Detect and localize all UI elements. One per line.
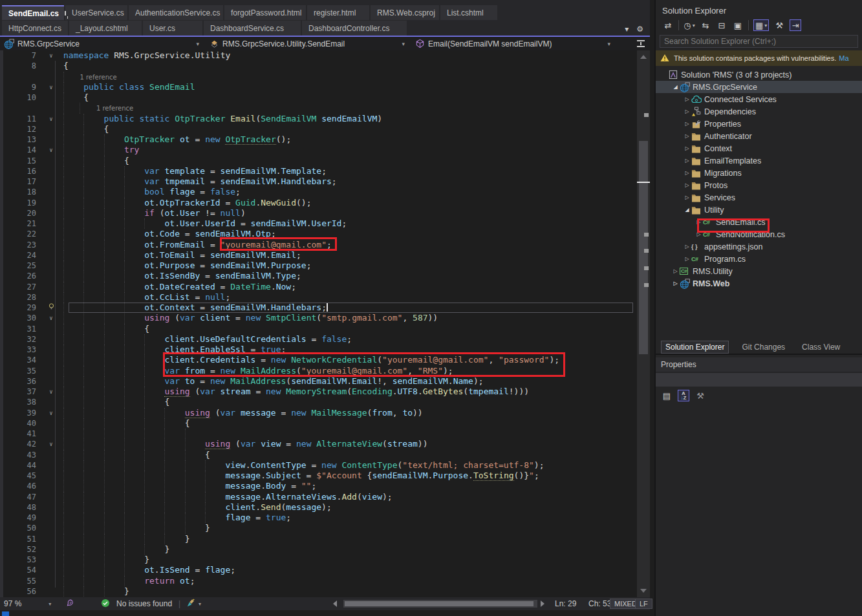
panel-tab-Solution Explorer[interactable]: Solution Explorer [661,341,729,354]
document-tab-RMS.Web.csproj[interactable]: RMS.Web.csproj [371,5,439,20]
code-line-54[interactable]: 54ot.IsSend = flage; [0,565,650,575]
collapse-all-icon[interactable]: ⊟ [716,19,727,31]
tree-item-RMS.Utility[interactable]: ▷C#RMS.Utility [656,265,862,277]
fold-chevron-icon[interactable]: ∨ [39,50,63,61]
column-indicator[interactable]: Ch: 53 [588,597,611,610]
collapsed-arrow-icon[interactable]: ▷ [683,133,691,139]
collapsed-arrow-icon[interactable]: ▷ [683,170,691,176]
document-tab-_Layout.cshtml[interactable]: _Layout.cshtml [69,21,142,36]
show-all-files-icon[interactable]: ▣ [732,19,744,31]
code-line-40[interactable]: 40{ [0,418,650,429]
document-health-indicator[interactable]: No issues found [101,597,172,610]
code-line-30[interactable]: 30∨using (var client = new SmtpClient("s… [0,313,650,323]
code-line-28[interactable]: 28ot.CcList = null; [0,292,650,303]
code-line-45[interactable]: 45message.Subject = $"Account {sendEmail… [0,471,650,481]
collapsed-arrow-icon[interactable]: ▷ [683,244,691,250]
document-tab-List.cshtml[interactable]: List.cshtml [440,5,497,20]
code-line-55[interactable]: 55return ot; [0,576,650,586]
code-line-52[interactable]: 52} [0,544,650,555]
properties-object-combobox[interactable] [656,373,862,387]
tree-item-Authenticator[interactable]: ▷Authenticator [656,130,862,142]
tab-well-options-gear-icon[interactable]: ⚙ [636,25,643,34]
code-line-16[interactable]: 16var template = sendEmailVM.Template; [0,166,650,176]
code-line-15[interactable]: 15{ [0,156,650,166]
breadcrumb-dropdown-icon[interactable]: ▾ [402,41,407,47]
scrollbar-down-arrow-icon[interactable] [640,589,647,593]
code-line-51[interactable]: 51} [0,534,650,544]
tree-item-Protos[interactable]: ▷Protos [656,179,862,191]
tree-item-Solution 'RMS' (3 of 3 projects)[interactable]: Solution 'RMS' (3 of 3 projects) [656,69,862,81]
tree-item-Dependencies[interactable]: ▷Dependencies [656,105,862,118]
fold-chevron-icon[interactable]: ∨ [39,114,63,124]
code-line-47[interactable]: 47message.AlternateViews.Add(view); [0,492,650,502]
intellicode-icon[interactable] [66,597,74,610]
collapsed-arrow-icon[interactable]: ▷ [695,231,703,237]
code-line-34[interactable]: 34client.Credentials = new NetworkCreden… [0,355,650,365]
expanded-arrow-icon[interactable]: ◢ [671,84,680,90]
code-line-22[interactable]: 22ot.Code = sendEmailVM.Otp; [0,229,650,239]
pending-changes-filter-icon[interactable]: ◷▾ [684,19,695,31]
editor-vertical-scrollbar[interactable] [637,50,650,597]
code-line-27[interactable]: 27ot.DateCreated = DateTime.Now; [0,282,650,292]
code-line-50[interactable]: 50} [0,523,650,533]
panel-tab-Class View[interactable]: Class View [798,341,844,353]
properties-icon[interactable]: ⚒ [773,19,785,31]
document-tab-User.cs[interactable]: User.cs [143,21,202,36]
document-tab-register.html[interactable]: register.html [307,5,369,20]
categorized-view-icon[interactable]: ▤ [661,390,673,401]
codelens-row[interactable]: 1 reference [0,103,650,113]
pin-icon[interactable] [65,11,66,16]
switch-views-icon[interactable]: ⇄ [662,19,674,31]
eol-indicator[interactable]: LF [635,597,652,610]
document-tab-DashboardService.cs[interactable]: DashboardService.cs [204,21,301,36]
fold-chevron-icon[interactable]: ∨ [39,408,63,418]
document-tab-AuthenticationService.cs[interactable]: AuthenticationService.cs [129,5,223,20]
code-line-29[interactable]: 29ot.Context = sendEmailVM.Handlebars; [0,303,650,313]
tree-item-SendEmail.cs[interactable]: ▷C#SendEmail.cs [656,216,862,228]
codelens-references[interactable]: 1 reference [80,74,116,81]
tree-item-Properties[interactable]: ▷Properties [656,118,862,130]
collapsed-arrow-icon[interactable]: ▷ [695,219,703,225]
tree-item-Services[interactable]: ▷Services [656,191,862,204]
line-indicator[interactable]: Ln: 29 [555,597,576,610]
collapsed-arrow-icon[interactable]: ▷ [683,158,691,164]
scope-nodes-icon[interactable]: ▦▾ [753,19,769,31]
tree-item-SendNotification.cs[interactable]: ▷C#SendNotification.cs [656,228,862,240]
zoom-dropdown-icon[interactable]: ▾ [48,601,51,607]
document-tab-SendEmail.cs[interactable]: SendEmail.cs× [2,5,64,20]
code-line-21[interactable]: 21ot.User.UserId = sendEmailVM.UserId; [0,218,650,229]
code-line-46[interactable]: 46message.Body = ""; [0,481,650,491]
scrollbar-up-arrow-icon[interactable] [640,55,647,59]
editor-horizontal-scrollbar[interactable] [343,600,537,608]
code-line-20[interactable]: 20if (ot.User != null) [0,208,650,218]
tree-item-Program.cs[interactable]: ▷C#Program.cs [656,253,862,265]
breadcrumb-segment[interactable]: RMS.GrpcService▾ [0,37,206,50]
quick-actions-lightbulb-icon[interactable] [39,303,63,313]
hscroll-right-arrow-icon[interactable] [541,597,544,610]
collapsed-arrow-icon[interactable]: ▷ [683,121,691,127]
code-line-44[interactable]: 44view.ContentType = new ContentType("te… [0,460,650,471]
code-line-53[interactable]: 53} [0,555,650,565]
code-line-18[interactable]: 18bool flage = false; [0,187,650,197]
tree-item-RMS.GrpcService[interactable]: ◢RMS.GrpcService [656,81,862,93]
code-line-43[interactable]: 43{ [0,450,650,460]
tree-item-Context[interactable]: ▷Context [656,142,862,154]
tree-item-Migrations[interactable]: ▷Migrations [656,167,862,179]
breadcrumb-segment[interactable]: RMS.GrpcService.Utility.SendEmail▾ [206,37,411,50]
collapsed-arrow-icon[interactable]: ▷ [683,145,691,151]
breadcrumb-dropdown-icon[interactable]: ▾ [607,41,613,47]
search-input[interactable]: Search Solution Explorer (Ctrl+;) [660,35,858,48]
collapsed-arrow-icon[interactable]: ▷ [671,268,680,274]
code-line-10[interactable]: 10{ [0,92,650,103]
code-line-8[interactable]: 8{ [0,61,650,71]
tree-item-EmailTemplates[interactable]: ▷EmailTemplates [656,154,862,167]
tree-item-appsettings.json[interactable]: ▷{ }appsettings.json [656,240,862,253]
code-line-19[interactable]: 19ot.OtpTrackerId = Guid.NewGuid(); [0,198,650,208]
code-line-23[interactable]: 23ot.FromEmail = "youremail@gmail.com"; [0,240,650,250]
collapsed-arrow-icon[interactable]: ▷ [683,182,691,188]
document-tab-HttpConnect.cs[interactable]: HttpConnect.cs [2,21,68,36]
code-line-39[interactable]: 39∨using (var message = new MailMessage(… [0,408,650,418]
panel-tab-Git Changes[interactable]: Git Changes [738,341,789,353]
tab-overflow-chevron-icon[interactable]: ▾ [625,25,629,34]
sync-with-active-document-icon[interactable]: ⇆ [700,19,711,31]
